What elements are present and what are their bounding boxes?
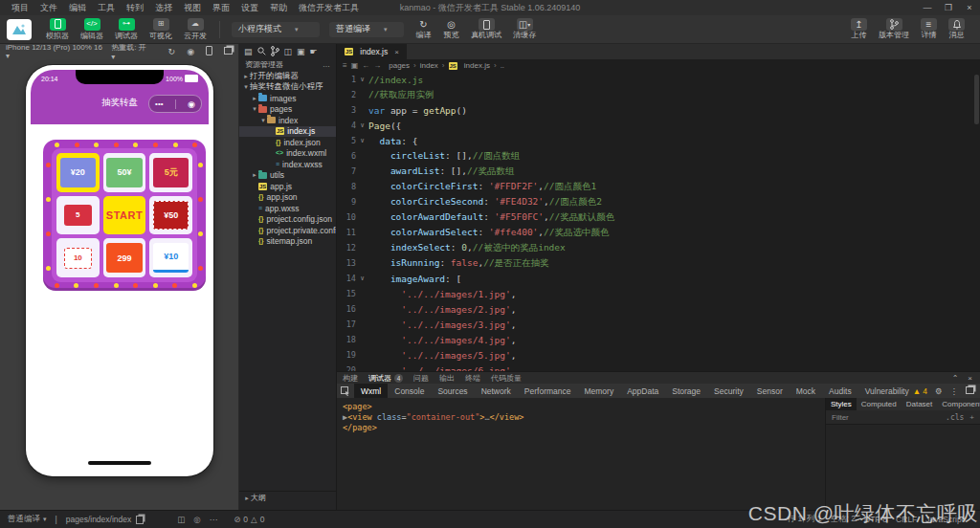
cls-button[interactable]: .cls	[946, 413, 964, 422]
record-icon[interactable]: ◉	[187, 47, 194, 56]
collapse-icon[interactable]: ⌃	[952, 374, 959, 383]
panel-tab-调试器[interactable]: 调试器4	[368, 373, 403, 384]
hot-reload-dropdown[interactable]: 热重载: 开 ▾	[111, 42, 150, 61]
devtools-tab-Sources[interactable]: Sources	[431, 384, 474, 398]
close-button[interactable]: ×	[959, 3, 980, 12]
tree-item-utils[interactable]: ▸utils	[239, 170, 336, 182]
styles-tab-Computed[interactable]: Computed	[857, 398, 902, 410]
coupon-20[interactable]: ¥20	[56, 153, 100, 192]
tree-item-app.js[interactable]: JSapp.js	[239, 181, 336, 192]
warning-counter[interactable]: ▲ 4	[913, 386, 927, 396]
fold-icon[interactable]: ∨	[356, 121, 368, 129]
module-visualization[interactable]: ⊞可视化	[145, 18, 177, 41]
devtools-tab-Audits[interactable]: Audits	[822, 384, 858, 398]
split-icon[interactable]: ◫	[284, 47, 293, 56]
styles-tab-Dataset[interactable]: Dataset	[902, 398, 938, 410]
menu-item[interactable]: 视图	[178, 2, 207, 14]
action-version-manage[interactable]: 版本管理	[879, 18, 909, 40]
devtools-tab-AppData[interactable]: AppData	[620, 384, 665, 398]
hand-icon[interactable]: ☛	[310, 47, 318, 56]
forward-icon[interactable]: →	[373, 61, 381, 70]
maximize-button[interactable]: ❐	[938, 3, 959, 12]
tab-indexjs[interactable]: JS index.js ×	[337, 44, 407, 59]
more-icon[interactable]: ⋯	[210, 515, 218, 524]
outline-section[interactable]: ▸ 大纲	[239, 491, 336, 504]
bookmark-icon[interactable]: ▣	[351, 61, 359, 70]
branch-icon[interactable]	[271, 46, 279, 56]
coupon-50-stamp[interactable]: ¥50	[149, 196, 192, 235]
action-details[interactable]: ≡详情	[921, 18, 937, 40]
editor-scrollbar[interactable]	[974, 75, 979, 124]
tree-item-index.json[interactable]: {}index.json	[239, 137, 336, 148]
tree-item-project.private.config.json[interactable]: {}project.private.config.json	[239, 225, 336, 236]
panel-tab-输出[interactable]: 输出	[439, 373, 455, 384]
inspect-icon[interactable]	[337, 386, 354, 396]
start-button[interactable]: START	[103, 196, 146, 235]
app-logo[interactable]	[7, 19, 32, 40]
windows-icon[interactable]	[224, 47, 233, 56]
dock-icon[interactable]	[966, 386, 974, 396]
copy-icon[interactable]	[136, 516, 144, 524]
coupon-299[interactable]: 299	[103, 238, 146, 277]
capsule-menu[interactable]: ••• ◉	[148, 95, 202, 113]
breadcrumb-item[interactable]: index	[420, 61, 438, 70]
styles-tab-Styles[interactable]: Styles	[826, 398, 857, 410]
devtools-tab-Wxml[interactable]: Wxml	[354, 384, 388, 398]
close-icon[interactable]: ×	[968, 374, 972, 383]
more-icon[interactable]: …	[323, 60, 330, 69]
breadcrumb-item[interactable]: ..	[501, 61, 504, 70]
devtools-tab-Sensor[interactable]: Sensor	[750, 384, 790, 398]
devtools-tab-Storage[interactable]: Storage	[665, 384, 707, 398]
coupon-10-blue[interactable]: ¥10	[149, 238, 192, 277]
tree-item-pages[interactable]: ▾pages	[239, 104, 336, 116]
devtools-tab-Security[interactable]: Security	[707, 384, 750, 398]
action-message[interactable]: 消息	[948, 18, 965, 40]
module-editor[interactable]: </>编辑器	[76, 18, 108, 41]
tree-item-images[interactable]: ▸images	[239, 93, 336, 104]
minimize-button[interactable]: —	[917, 3, 938, 12]
kebab-icon[interactable]: ⋮	[950, 386, 959, 396]
menu-item[interactable]: 工具	[92, 2, 121, 14]
preview-icon[interactable]: ◎	[193, 515, 200, 524]
device-dropdown[interactable]: iPhone 12/13 (Pro) 100% 16 ▾	[6, 43, 105, 60]
coupon-50-green[interactable]: 50¥	[103, 153, 146, 192]
panel-tab-代码质量[interactable]: 代码质量	[491, 373, 522, 384]
menu-item[interactable]: 帮助	[264, 2, 293, 14]
menu-item[interactable]: 选择	[149, 2, 178, 14]
save-icon[interactable]: ▣	[297, 47, 305, 56]
tree-item-app.wxss[interactable]: ≡app.wxss	[239, 203, 336, 214]
tree-item-app.json[interactable]: {}app.json	[239, 192, 336, 204]
fold-icon[interactable]: ∨	[356, 137, 368, 144]
devtools-tab-Console[interactable]: Console	[388, 384, 431, 398]
devtools-tab-Memory[interactable]: Memory	[577, 384, 620, 398]
gear-icon[interactable]: ⚙	[935, 386, 943, 396]
tree-item-index.wxml[interactable]: <>index.wxml	[239, 148, 336, 160]
panel-tab-终端[interactable]: 终端	[465, 373, 480, 384]
menu-item[interactable]: 转到	[121, 2, 149, 14]
close-icon[interactable]: ×	[394, 48, 399, 56]
menu-item[interactable]: 设置	[235, 2, 264, 14]
wxml-node[interactable]: <page>	[343, 401, 825, 411]
devtools-tab-Vulnerability[interactable]: Vulnerability	[858, 384, 916, 398]
compile-mode-dropdown[interactable]: 普通编译▾	[8, 514, 47, 525]
action-device-debug[interactable]: 真机调试	[471, 18, 501, 40]
menu-item[interactable]: 项目	[6, 2, 34, 14]
styles-tab-Component Data[interactable]: Component Data	[937, 398, 980, 410]
module-cloud-dev[interactable]: ☁云开发	[179, 18, 212, 41]
back-icon[interactable]: ←	[362, 61, 369, 70]
action-compile[interactable]: ↻编译	[415, 18, 432, 40]
devtools-tab-Network[interactable]: Network	[475, 384, 518, 398]
devtools-tab-Mock[interactable]: Mock	[790, 384, 822, 398]
panel-tab-构建[interactable]: 构建	[343, 373, 358, 384]
more-icon[interactable]: •••	[155, 99, 163, 108]
tree-item-project.config.json[interactable]: {}project.config.json	[239, 214, 336, 226]
action-preview[interactable]: ◎预览	[443, 18, 459, 40]
mode-dropdown[interactable]: 小程序模式▾	[232, 22, 320, 37]
target-icon[interactable]: ◉	[188, 99, 195, 109]
tree-item-index.wxss[interactable]: ≡index.wxss	[239, 159, 336, 170]
wxml-tree[interactable]: <page>▶<view class="container-out">…</vi…	[337, 398, 825, 510]
phone-icon[interactable]	[206, 46, 212, 57]
menu-item[interactable]: 编辑	[63, 2, 92, 14]
coupon-5[interactable]: 5	[56, 196, 100, 235]
action-clear-cache[interactable]: ◫ ▾清缓存	[513, 18, 536, 40]
